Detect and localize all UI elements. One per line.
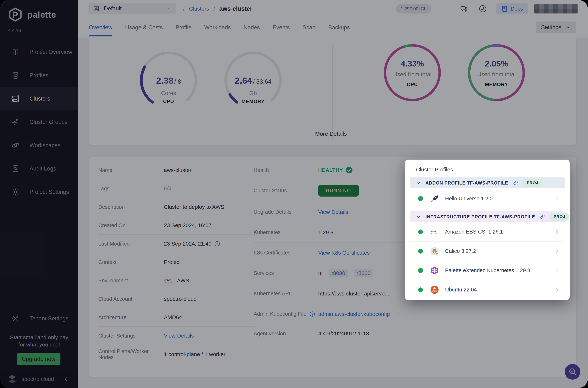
layer-name: Amazon EBS CSI 1.26.1 <box>445 229 503 235</box>
profile-layer-amazon-ebs-csi[interactable]: Amazon EBS CSI 1.26.1 <box>410 222 565 241</box>
status-dot-green <box>418 288 423 292</box>
calico-icon <box>430 247 439 256</box>
chevron-right-icon <box>554 229 560 235</box>
profile-layer-hello-universe[interactable]: Hello Universe 1.2.0 <box>410 188 565 209</box>
proj-scope-badge: PROJ <box>523 179 542 187</box>
layer-name: Calico 3.27.2 <box>445 248 476 254</box>
profile-layer-palette-extended-kubernetes[interactable]: Palette eXtended Kubernetes 1.29.8 <box>410 261 565 280</box>
status-dot-green <box>418 268 423 273</box>
infrastructure-profile-section: INFRASTRUCTURE PROFILE TF-AWS-PROFILE PR… <box>410 211 565 299</box>
addon-profile-header[interactable]: ADDON PROFILE TF-AWS-PROFILE PROJ <box>410 177 565 188</box>
link-icon[interactable] <box>539 214 545 220</box>
aws-logo-icon <box>430 227 439 236</box>
layer-name: Hello Universe 1.2.0 <box>445 196 493 202</box>
profile-layer-ubuntu[interactable]: Ubuntu 22.04 <box>410 280 565 299</box>
layer-name: Ubuntu 22.04 <box>445 287 477 293</box>
infrastructure-profile-layers: Amazon EBS CSI 1.26.1 Calico 3.27.2 Pale… <box>410 222 565 299</box>
link-icon[interactable] <box>512 180 519 186</box>
status-dot-green <box>418 249 423 254</box>
addon-profile-section: ADDON PROFILE TF-AWS-PROFILE PROJ Hello … <box>410 177 565 209</box>
status-dot-green <box>418 196 423 201</box>
proj-scope-badge: PROJ <box>550 213 569 220</box>
chevron-down-icon <box>416 180 421 186</box>
app-window: palette 4.4.19 Project Overview Profiles… <box>0 0 588 388</box>
chevron-right-icon <box>554 267 560 273</box>
chevron-right-icon <box>554 287 560 293</box>
status-dot-green <box>418 230 423 234</box>
chevron-right-icon <box>554 196 560 201</box>
infrastructure-profile-name: INFRASTRUCTURE PROFILE TF-AWS-PROFILE <box>426 214 535 219</box>
addon-profile-name: ADDON PROFILE TF-AWS-PROFILE <box>426 180 508 186</box>
chevron-down-icon <box>416 214 421 219</box>
addon-profile-layers: Hello Universe 1.2.0 <box>410 188 565 209</box>
infrastructure-profile-header[interactable]: INFRASTRUCTURE PROFILE TF-AWS-PROFILE PR… <box>410 211 565 222</box>
pxk-icon <box>430 266 439 275</box>
chevron-right-icon <box>554 248 560 254</box>
cluster-profiles-title: Cluster Profiles <box>416 167 565 173</box>
layer-name: Palette eXtended Kubernetes 1.29.8 <box>445 267 530 273</box>
ubuntu-icon <box>430 286 439 294</box>
cluster-profiles-popover: Cluster Profiles ADDON PROFILE TF-AWS-PR… <box>405 160 570 300</box>
hello-universe-icon <box>430 194 439 203</box>
profile-layer-calico[interactable]: Calico 3.27.2 <box>410 241 565 261</box>
